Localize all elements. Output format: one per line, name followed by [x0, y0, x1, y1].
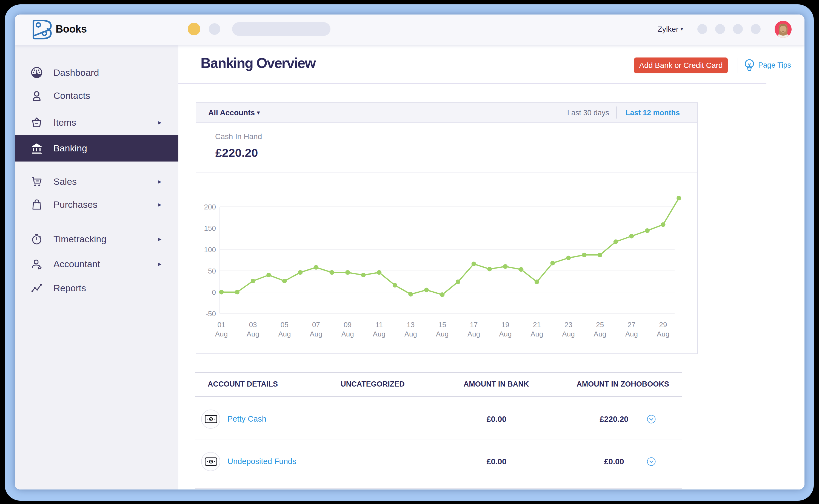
svg-text:01: 01: [218, 321, 226, 329]
svg-text:200: 200: [204, 203, 216, 211]
svg-text:Aug: Aug: [530, 330, 543, 338]
svg-text:Aug: Aug: [467, 330, 480, 338]
svg-text:11: 11: [375, 321, 383, 329]
svg-text:0: 0: [212, 288, 216, 296]
svg-text:Aug: Aug: [657, 330, 670, 338]
svg-text:Aug: Aug: [247, 330, 259, 338]
svg-text:05: 05: [281, 321, 289, 329]
svg-text:23: 23: [564, 321, 572, 329]
svg-text:Aug: Aug: [278, 330, 291, 338]
svg-text:150: 150: [204, 224, 216, 232]
svg-text:Aug: Aug: [341, 330, 354, 338]
svg-text:Aug: Aug: [499, 330, 511, 338]
svg-text:29: 29: [659, 321, 667, 329]
svg-text:Aug: Aug: [625, 330, 638, 338]
svg-text:15: 15: [438, 321, 446, 329]
svg-text:13: 13: [407, 321, 415, 329]
svg-text:Aug: Aug: [215, 330, 228, 338]
svg-text:$: $: [210, 460, 212, 464]
svg-text:Aug: Aug: [594, 330, 606, 338]
svg-text:19: 19: [501, 321, 509, 329]
svg-text:25: 25: [596, 321, 604, 329]
svg-text:50: 50: [208, 267, 216, 275]
svg-text:21: 21: [533, 321, 541, 329]
svg-text:Aug: Aug: [436, 330, 449, 338]
svg-text:Aug: Aug: [562, 330, 574, 338]
svg-text:27: 27: [628, 321, 636, 329]
svg-text:03: 03: [249, 321, 257, 329]
svg-text:Aug: Aug: [373, 330, 386, 338]
svg-text:Aug: Aug: [404, 330, 417, 338]
svg-text:-50: -50: [206, 310, 216, 318]
svg-text:Aug: Aug: [310, 330, 322, 338]
svg-text:07: 07: [312, 321, 320, 329]
svg-text:$: $: [210, 417, 212, 421]
svg-text:100: 100: [204, 246, 216, 254]
svg-text:09: 09: [344, 321, 352, 329]
svg-text:17: 17: [470, 321, 478, 329]
